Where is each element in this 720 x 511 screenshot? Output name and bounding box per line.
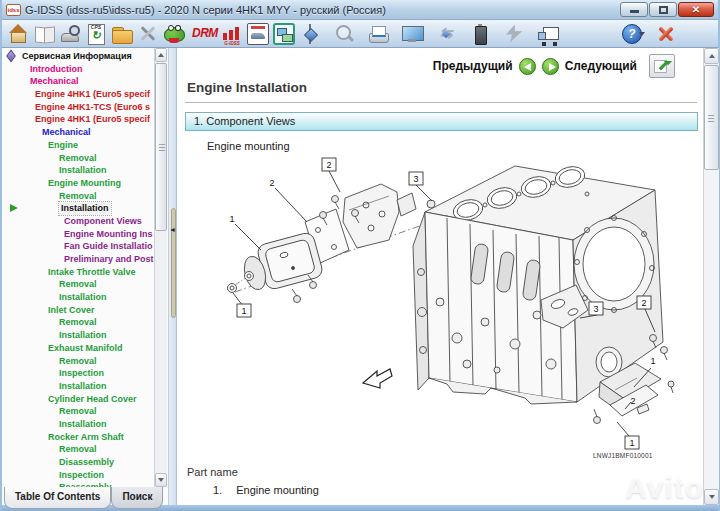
- report-devices-button[interactable]: [271, 21, 297, 47]
- drm-icon: DRM: [192, 23, 214, 45]
- collapse-arrow-icon[interactable]: ◄: [169, 226, 176, 233]
- scroll-up-icon[interactable]: [155, 48, 167, 62]
- tree-item[interactable]: Engine 4HK1 (Euro5 specif: [2, 113, 154, 126]
- svg-text:1: 1: [629, 438, 634, 448]
- tree-item[interactable]: Removal: [2, 190, 154, 203]
- tree-item[interactable]: Installation: [2, 291, 154, 304]
- tree-item[interactable]: Exhaust Manifold: [2, 342, 154, 355]
- content-scrollbar[interactable]: [703, 48, 719, 505]
- figure-code: LNWJ1BMF010001: [593, 452, 653, 459]
- truck-button[interactable]: [535, 21, 561, 47]
- battery-button[interactable]: [467, 21, 493, 47]
- monitor-button[interactable]: [399, 21, 425, 47]
- tree-item[interactable]: Installation: [2, 380, 154, 393]
- tree-item[interactable]: Introduction: [2, 63, 154, 76]
- tree-item[interactable]: Installation: [2, 202, 154, 215]
- open-new-window-button[interactable]: [649, 54, 675, 78]
- tree-item-label: Exhaust Manifold: [48, 342, 123, 355]
- help-button[interactable]: [619, 21, 645, 47]
- tools-button[interactable]: [135, 21, 161, 47]
- table-of-contents-tree: Сервисная ИнформацияIntroductionMechanic…: [2, 48, 154, 487]
- tree-item[interactable]: Removal: [2, 405, 154, 418]
- sync-arrows-button[interactable]: [433, 21, 459, 47]
- tree-item[interactable]: Component Views: [2, 215, 154, 228]
- tree-item[interactable]: Fan Guide Installatio: [2, 240, 154, 253]
- tree-item[interactable]: Inlet Cover: [2, 304, 154, 317]
- tree-item[interactable]: Inspection: [2, 367, 154, 380]
- tree-item[interactable]: Installation: [2, 418, 154, 431]
- frog-button[interactable]: [161, 21, 187, 47]
- splitter[interactable]: ◄: [168, 48, 177, 505]
- slider-button[interactable]: [297, 21, 323, 47]
- tree-item[interactable]: Removal: [2, 443, 154, 456]
- tree-scrollbar[interactable]: [154, 48, 167, 487]
- search-button[interactable]: [331, 21, 357, 47]
- content-pane: Предыдущий Следующий Engine Installation…: [177, 48, 703, 505]
- tree-item[interactable]: Installation: [2, 164, 154, 177]
- svg-text:2: 2: [630, 396, 635, 406]
- drm-button[interactable]: DRM: [187, 21, 219, 47]
- cps-document-button[interactable]: CPS: [83, 21, 109, 47]
- manuals-icon: [33, 23, 55, 45]
- close-icon: ✕: [679, 3, 713, 17]
- section-header[interactable]: 1. Component Views: [185, 112, 698, 131]
- maximize-icon: [659, 6, 668, 14]
- part-list: 1.Engine mounting: [213, 484, 319, 499]
- tree-item-label: Removal: [59, 355, 97, 368]
- splitter-handle[interactable]: [171, 208, 176, 318]
- app-window: idss G-IDSS (idss-ru5\idss-ru5) - 2020 N…: [0, 0, 720, 511]
- tree-item[interactable]: Mechanical: [2, 126, 154, 139]
- health-report-icon: [247, 23, 269, 45]
- home-icon: [7, 23, 29, 45]
- gidss-chart-button[interactable]: G-IDSS: [219, 21, 245, 47]
- content-scroll-up-icon[interactable]: [704, 48, 719, 64]
- tab-table-of-contents[interactable]: Table Of Contents: [4, 487, 111, 509]
- tree-item[interactable]: Inspection: [2, 469, 154, 482]
- minimize-button[interactable]: [620, 2, 648, 17]
- tree-item[interactable]: Сервисная Информация: [2, 50, 154, 63]
- part-list-item: 1.Engine mounting: [213, 484, 319, 499]
- tree-item[interactable]: Removal: [2, 316, 154, 329]
- minimize-icon: [630, 10, 639, 13]
- exit-button[interactable]: [653, 21, 679, 47]
- tree-scrollbar-thumb[interactable]: [155, 63, 167, 231]
- tree-item[interactable]: Removal: [2, 278, 154, 291]
- manuals-button[interactable]: [31, 21, 57, 47]
- lightning-button[interactable]: [501, 21, 527, 47]
- print-button[interactable]: [365, 21, 391, 47]
- tree-item[interactable]: Rocker Arm Shaft: [2, 431, 154, 444]
- open-folder-icon: [111, 23, 133, 45]
- next-button[interactable]: [542, 58, 559, 75]
- tree-item[interactable]: Preliminary and Post: [2, 253, 154, 266]
- home-button[interactable]: [5, 21, 31, 47]
- tree-item[interactable]: Engine Mounting Ins: [2, 228, 154, 241]
- vehicle-diagnostics-button[interactable]: [57, 21, 83, 47]
- maximize-button[interactable]: [649, 2, 677, 17]
- tree-item[interactable]: Engine Mounting: [2, 177, 154, 190]
- svg-text:2: 2: [326, 160, 331, 170]
- tree-item[interactable]: Installation: [2, 329, 154, 342]
- content-scroll-down-icon[interactable]: [704, 489, 719, 505]
- tree-item[interactable]: Engine 4HK1-TCS (Euro6 s: [2, 101, 154, 114]
- open-folder-button[interactable]: [109, 21, 135, 47]
- svg-text:1: 1: [229, 214, 234, 224]
- previous-button[interactable]: [519, 58, 536, 75]
- close-button[interactable]: ✕: [678, 2, 714, 17]
- svg-text:1: 1: [650, 356, 655, 366]
- tree-item[interactable]: Disassembly: [2, 456, 154, 469]
- tree-item[interactable]: Cylinder Head Cover: [2, 393, 154, 406]
- content-scrollbar-thumb[interactable]: [704, 65, 719, 170]
- scroll-down-icon[interactable]: [155, 473, 167, 487]
- tree-item-label: Inspection: [59, 469, 104, 482]
- tree-item[interactable]: Removal: [2, 355, 154, 368]
- tree-item-label: Engine 4HK1 (Euro5 specif: [35, 88, 150, 101]
- tree-item[interactable]: Engine 4HK1 (Euro5 specif: [2, 88, 154, 101]
- tree-item-label: Engine Mounting Ins: [64, 228, 153, 241]
- health-report-button[interactable]: [245, 21, 271, 47]
- tree-item[interactable]: Removal: [2, 152, 154, 165]
- tree-item[interactable]: Intake Throttle Valve: [2, 266, 154, 279]
- tree-item-label: Engine 4HK1-TCS (Euro6 s: [35, 101, 150, 114]
- tab-search[interactable]: Поиск: [111, 487, 163, 509]
- tree-item[interactable]: Engine: [2, 139, 154, 152]
- tree-item[interactable]: Mechanical: [2, 75, 154, 88]
